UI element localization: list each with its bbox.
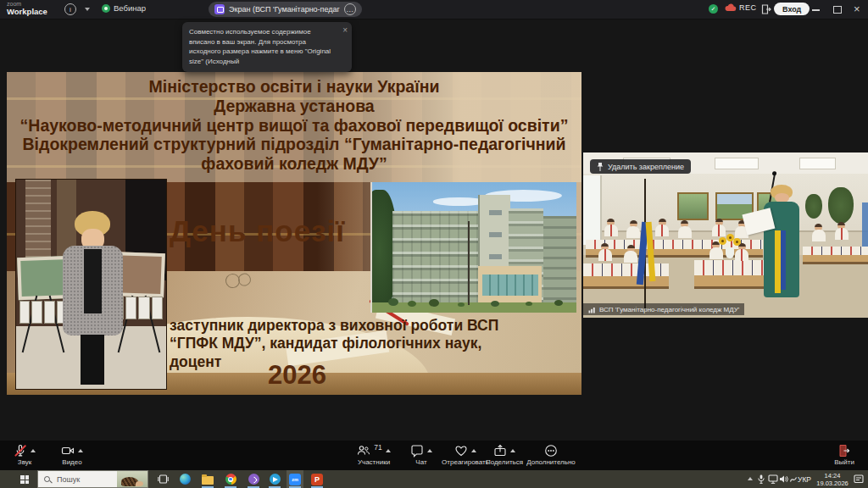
leave-door-icon bbox=[837, 444, 851, 458]
zoom-meeting-window: zoom Workplace i Вебинар Экран (ВСП 'Гум… bbox=[0, 0, 868, 488]
blue-edge-decoration bbox=[862, 202, 868, 247]
participant-name-label: ВСП 'Гуманітарно-педагогічний коледж МДУ… bbox=[599, 306, 739, 313]
participants-label: Участники bbox=[358, 458, 390, 466]
sunflowers-decoration bbox=[717, 234, 743, 259]
search-icon bbox=[44, 476, 51, 483]
tray-mic-icon[interactable] bbox=[757, 474, 765, 484]
leave-button[interactable]: Выйти bbox=[824, 444, 865, 466]
student-figure bbox=[598, 243, 613, 264]
student-figure bbox=[604, 219, 619, 240]
minimize-icon[interactable] bbox=[812, 9, 820, 11]
speaker-credits: заступник директора з виховної роботи ВС… bbox=[170, 317, 564, 371]
wall-picture bbox=[677, 192, 709, 220]
shared-slide: Міністерство освіти і науки України Держ… bbox=[7, 72, 581, 395]
slide-photo-woman bbox=[15, 179, 167, 390]
recording-indicator[interactable]: REC bbox=[725, 3, 757, 12]
webinar-badge[interactable]: Вебинар bbox=[102, 3, 146, 13]
chat-caret[interactable] bbox=[427, 449, 432, 452]
taskbar-app-telegram[interactable] bbox=[266, 470, 283, 488]
close-window-icon[interactable]: × bbox=[854, 2, 860, 16]
unpin-button[interactable]: Удалить закрепление bbox=[590, 159, 691, 174]
student-figure bbox=[654, 219, 670, 240]
leave-label: Выйти bbox=[834, 458, 854, 466]
classroom-window bbox=[583, 175, 602, 245]
audio-button[interactable]: Звук bbox=[5, 444, 44, 466]
slide-title-line: Міністерство освіти і науки України bbox=[7, 77, 581, 97]
microphone-muted-icon bbox=[14, 444, 27, 458]
taskbar-app-edge[interactable] bbox=[176, 470, 193, 488]
task-view-button[interactable] bbox=[158, 474, 169, 484]
rec-cloud-icon bbox=[725, 3, 737, 12]
language-indicator[interactable]: УКР bbox=[798, 475, 811, 484]
participant-name-bar: ВСП 'Гуманітарно-педагогічний коледж МДУ… bbox=[583, 303, 744, 315]
taskbar-app-zoom[interactable]: zm bbox=[287, 470, 303, 488]
tray-display-icon[interactable] bbox=[768, 474, 778, 484]
search-highlight-image[interactable] bbox=[117, 471, 147, 488]
more-label: Дополнительно bbox=[526, 458, 576, 466]
chevron-down-icon[interactable] bbox=[85, 8, 90, 11]
action-center-icon[interactable] bbox=[854, 474, 864, 484]
photo-cards-decoration bbox=[19, 301, 68, 324]
slide-title-line: фаховий коледж МДУ” bbox=[7, 154, 581, 174]
participants-icon bbox=[357, 444, 370, 458]
tray-pen-icon[interactable] bbox=[789, 474, 798, 484]
wall-plant bbox=[828, 187, 854, 224]
toast-close-icon[interactable]: × bbox=[342, 25, 348, 37]
student-figure bbox=[626, 220, 641, 241]
toast-text: Совместно используемое содержимое вписан… bbox=[189, 28, 331, 65]
tray-expand-icon[interactable] bbox=[748, 477, 753, 480]
classroom-desk bbox=[583, 263, 669, 289]
screen-share-badge-icon bbox=[214, 4, 225, 14]
windows-taskbar: zm P УКР 14:24 19.03.2026 bbox=[0, 470, 868, 488]
camera-icon bbox=[61, 444, 75, 458]
more-button[interactable]: Дополнительно bbox=[523, 444, 579, 466]
share-button[interactable]: Поделиться bbox=[482, 444, 526, 466]
dress-ribbon-blue bbox=[781, 230, 785, 290]
taskbar-app-chrome[interactable] bbox=[222, 470, 239, 488]
shared-content-toast: Совместно используемое содержимое вписан… bbox=[182, 22, 352, 72]
slide-title-line: Державна установа bbox=[7, 97, 581, 116]
taskbar-app-explorer[interactable] bbox=[199, 470, 216, 488]
start-button[interactable] bbox=[20, 475, 29, 484]
heart-icon bbox=[454, 444, 468, 458]
ceiling-lamp bbox=[799, 158, 835, 169]
tab-more-icon[interactable]: … bbox=[344, 3, 356, 15]
chat-button[interactable]: Чат bbox=[404, 444, 438, 466]
rec-label: REC bbox=[739, 3, 757, 12]
leave-mini-icon[interactable] bbox=[761, 4, 771, 14]
signal-icon bbox=[588, 306, 596, 313]
search-input[interactable] bbox=[55, 474, 109, 485]
taskbar-clock[interactable]: 14:24 19.03.2026 bbox=[814, 472, 851, 488]
chat-label: Чат bbox=[415, 458, 426, 466]
taskbar-app-viber[interactable] bbox=[245, 470, 262, 488]
info-icon[interactable]: i bbox=[64, 3, 76, 15]
participants-caret[interactable] bbox=[386, 449, 391, 452]
taskbar-date: 19.03.2026 bbox=[814, 480, 851, 487]
share-caret[interactable] bbox=[510, 449, 515, 452]
chrome-icon bbox=[225, 474, 236, 485]
unpin-label: Удалить закрепление bbox=[608, 163, 684, 171]
student-figure bbox=[623, 245, 638, 266]
video-options-caret[interactable] bbox=[78, 449, 83, 452]
telegram-icon bbox=[270, 474, 281, 485]
classroom-desk bbox=[803, 247, 868, 264]
tray-volume-icon[interactable] bbox=[779, 474, 788, 484]
woman-figure bbox=[81, 335, 104, 385]
shared-screen-tab[interactable]: Экран (ВСП 'Гуманітарно-педаг … bbox=[209, 2, 362, 17]
taskbar-app-powerpoint[interactable]: P bbox=[309, 470, 326, 488]
participants-button[interactable]: 71 Участники bbox=[349, 444, 398, 466]
react-caret[interactable] bbox=[471, 449, 476, 452]
webinar-icon bbox=[102, 4, 110, 13]
maximize-icon[interactable] bbox=[833, 6, 842, 14]
pinned-video-tile[interactable]: Удалить закрепление ВСП 'Гуманітарно-пед… bbox=[583, 152, 868, 318]
audio-options-caret[interactable] bbox=[31, 449, 36, 452]
zoom-app-icon: zm bbox=[289, 474, 301, 485]
zoom-workplace-logo: zoom Workplace bbox=[7, 1, 47, 16]
video-button[interactable]: Видео bbox=[53, 444, 92, 466]
folder-icon bbox=[202, 476, 214, 485]
powerpoint-icon: P bbox=[311, 474, 323, 485]
taskbar-search[interactable] bbox=[37, 470, 148, 488]
slide-title-block: Міністерство освіти і науки України Держ… bbox=[7, 77, 581, 174]
login-button[interactable]: Вход bbox=[774, 3, 810, 15]
encryption-shield-icon: ✓ bbox=[709, 4, 718, 14]
